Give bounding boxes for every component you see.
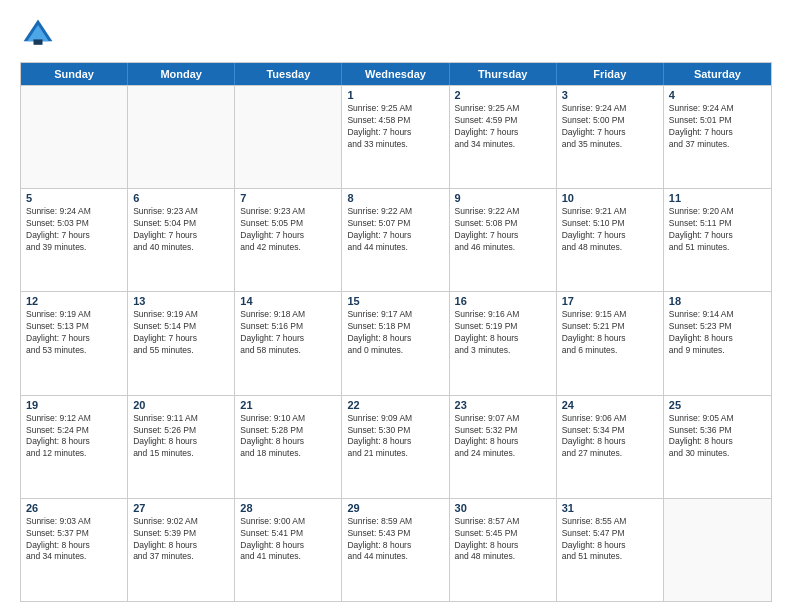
cell-info: Sunrise: 9:18 AM Sunset: 5:16 PM Dayligh… [240,309,336,357]
day-number: 4 [669,89,766,101]
calendar-cell: 8Sunrise: 9:22 AM Sunset: 5:07 PM Daylig… [342,189,449,291]
calendar-cell [235,86,342,188]
day-number: 31 [562,502,658,514]
cell-info: Sunrise: 9:07 AM Sunset: 5:32 PM Dayligh… [455,413,551,461]
day-number: 11 [669,192,766,204]
cell-info: Sunrise: 9:23 AM Sunset: 5:04 PM Dayligh… [133,206,229,254]
calendar-cell: 25Sunrise: 9:05 AM Sunset: 5:36 PM Dayli… [664,396,771,498]
calendar-cell: 3Sunrise: 9:24 AM Sunset: 5:00 PM Daylig… [557,86,664,188]
calendar-cell: 9Sunrise: 9:22 AM Sunset: 5:08 PM Daylig… [450,189,557,291]
cell-info: Sunrise: 9:00 AM Sunset: 5:41 PM Dayligh… [240,516,336,564]
weekday-header: Thursday [450,63,557,85]
day-number: 5 [26,192,122,204]
calendar-cell [21,86,128,188]
day-number: 18 [669,295,766,307]
weekday-header: Saturday [664,63,771,85]
cell-info: Sunrise: 9:14 AM Sunset: 5:23 PM Dayligh… [669,309,766,357]
calendar-cell: 16Sunrise: 9:16 AM Sunset: 5:19 PM Dayli… [450,292,557,394]
calendar-cell: 13Sunrise: 9:19 AM Sunset: 5:14 PM Dayli… [128,292,235,394]
calendar-row: 1Sunrise: 9:25 AM Sunset: 4:58 PM Daylig… [21,85,771,188]
day-number: 8 [347,192,443,204]
calendar: SundayMondayTuesdayWednesdayThursdayFrid… [20,62,772,602]
cell-info: Sunrise: 9:25 AM Sunset: 4:58 PM Dayligh… [347,103,443,151]
cell-info: Sunrise: 9:03 AM Sunset: 5:37 PM Dayligh… [26,516,122,564]
svg-rect-2 [34,39,43,44]
weekday-header: Sunday [21,63,128,85]
calendar-cell: 5Sunrise: 9:24 AM Sunset: 5:03 PM Daylig… [21,189,128,291]
day-number: 7 [240,192,336,204]
day-number: 26 [26,502,122,514]
weekday-header: Friday [557,63,664,85]
cell-info: Sunrise: 8:59 AM Sunset: 5:43 PM Dayligh… [347,516,443,564]
cell-info: Sunrise: 9:23 AM Sunset: 5:05 PM Dayligh… [240,206,336,254]
calendar-body: 1Sunrise: 9:25 AM Sunset: 4:58 PM Daylig… [21,85,771,601]
day-number: 14 [240,295,336,307]
day-number: 30 [455,502,551,514]
calendar-cell: 6Sunrise: 9:23 AM Sunset: 5:04 PM Daylig… [128,189,235,291]
calendar-cell: 28Sunrise: 9:00 AM Sunset: 5:41 PM Dayli… [235,499,342,601]
cell-info: Sunrise: 9:22 AM Sunset: 5:07 PM Dayligh… [347,206,443,254]
calendar-cell: 18Sunrise: 9:14 AM Sunset: 5:23 PM Dayli… [664,292,771,394]
day-number: 19 [26,399,122,411]
cell-info: Sunrise: 9:15 AM Sunset: 5:21 PM Dayligh… [562,309,658,357]
cell-info: Sunrise: 9:09 AM Sunset: 5:30 PM Dayligh… [347,413,443,461]
cell-info: Sunrise: 9:12 AM Sunset: 5:24 PM Dayligh… [26,413,122,461]
day-number: 10 [562,192,658,204]
cell-info: Sunrise: 9:24 AM Sunset: 5:03 PM Dayligh… [26,206,122,254]
weekday-header: Tuesday [235,63,342,85]
day-number: 29 [347,502,443,514]
weekday-header: Monday [128,63,235,85]
cell-info: Sunrise: 9:22 AM Sunset: 5:08 PM Dayligh… [455,206,551,254]
day-number: 15 [347,295,443,307]
cell-info: Sunrise: 8:57 AM Sunset: 5:45 PM Dayligh… [455,516,551,564]
cell-info: Sunrise: 9:02 AM Sunset: 5:39 PM Dayligh… [133,516,229,564]
day-number: 24 [562,399,658,411]
cell-info: Sunrise: 9:19 AM Sunset: 5:13 PM Dayligh… [26,309,122,357]
calendar-cell [128,86,235,188]
calendar-cell: 15Sunrise: 9:17 AM Sunset: 5:18 PM Dayli… [342,292,449,394]
day-number: 13 [133,295,229,307]
calendar-row: 5Sunrise: 9:24 AM Sunset: 5:03 PM Daylig… [21,188,771,291]
cell-info: Sunrise: 9:16 AM Sunset: 5:19 PM Dayligh… [455,309,551,357]
cell-info: Sunrise: 9:06 AM Sunset: 5:34 PM Dayligh… [562,413,658,461]
day-number: 20 [133,399,229,411]
calendar-cell: 20Sunrise: 9:11 AM Sunset: 5:26 PM Dayli… [128,396,235,498]
cell-info: Sunrise: 9:24 AM Sunset: 5:01 PM Dayligh… [669,103,766,151]
day-number: 17 [562,295,658,307]
calendar-cell: 26Sunrise: 9:03 AM Sunset: 5:37 PM Dayli… [21,499,128,601]
calendar-cell: 11Sunrise: 9:20 AM Sunset: 5:11 PM Dayli… [664,189,771,291]
cell-info: Sunrise: 8:55 AM Sunset: 5:47 PM Dayligh… [562,516,658,564]
logo [20,16,60,52]
calendar-cell: 22Sunrise: 9:09 AM Sunset: 5:30 PM Dayli… [342,396,449,498]
calendar-row: 19Sunrise: 9:12 AM Sunset: 5:24 PM Dayli… [21,395,771,498]
cell-info: Sunrise: 9:05 AM Sunset: 5:36 PM Dayligh… [669,413,766,461]
calendar-header: SundayMondayTuesdayWednesdayThursdayFrid… [21,63,771,85]
calendar-cell: 12Sunrise: 9:19 AM Sunset: 5:13 PM Dayli… [21,292,128,394]
calendar-cell: 2Sunrise: 9:25 AM Sunset: 4:59 PM Daylig… [450,86,557,188]
day-number: 21 [240,399,336,411]
calendar-cell: 21Sunrise: 9:10 AM Sunset: 5:28 PM Dayli… [235,396,342,498]
logo-icon [20,16,56,52]
calendar-cell: 29Sunrise: 8:59 AM Sunset: 5:43 PM Dayli… [342,499,449,601]
day-number: 22 [347,399,443,411]
day-number: 23 [455,399,551,411]
day-number: 2 [455,89,551,101]
calendar-cell: 17Sunrise: 9:15 AM Sunset: 5:21 PM Dayli… [557,292,664,394]
header [20,16,772,52]
calendar-row: 26Sunrise: 9:03 AM Sunset: 5:37 PM Dayli… [21,498,771,601]
calendar-cell: 27Sunrise: 9:02 AM Sunset: 5:39 PM Dayli… [128,499,235,601]
calendar-cell: 30Sunrise: 8:57 AM Sunset: 5:45 PM Dayli… [450,499,557,601]
calendar-cell: 7Sunrise: 9:23 AM Sunset: 5:05 PM Daylig… [235,189,342,291]
day-number: 16 [455,295,551,307]
weekday-header: Wednesday [342,63,449,85]
day-number: 25 [669,399,766,411]
calendar-cell [664,499,771,601]
calendar-cell: 31Sunrise: 8:55 AM Sunset: 5:47 PM Dayli… [557,499,664,601]
day-number: 6 [133,192,229,204]
day-number: 28 [240,502,336,514]
cell-info: Sunrise: 9:24 AM Sunset: 5:00 PM Dayligh… [562,103,658,151]
day-number: 1 [347,89,443,101]
day-number: 9 [455,192,551,204]
calendar-cell: 4Sunrise: 9:24 AM Sunset: 5:01 PM Daylig… [664,86,771,188]
calendar-cell: 10Sunrise: 9:21 AM Sunset: 5:10 PM Dayli… [557,189,664,291]
